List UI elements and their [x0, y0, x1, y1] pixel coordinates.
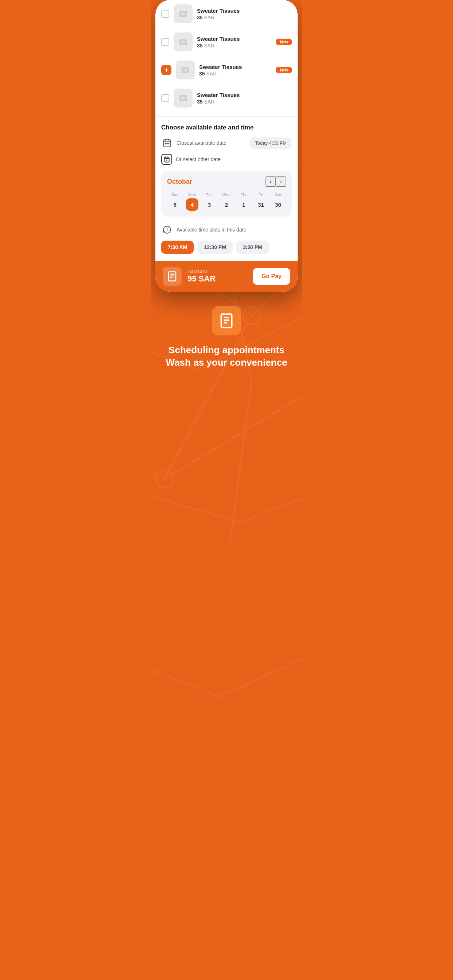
- new-badge: New: [276, 67, 292, 73]
- product-image: [174, 89, 193, 108]
- calendar-day[interactable]: Fri31: [253, 192, 269, 211]
- product-image: [176, 60, 195, 80]
- phone-shell: Sweater Tissues 35 SAR Sweater Tissues 3…: [151, 0, 302, 292]
- closest-date-row: Closest available date Today 4:30 PM: [161, 137, 292, 149]
- time-slot-button[interactable]: 12:30 PM: [197, 240, 233, 254]
- day-name: Sun: [171, 192, 179, 197]
- day-name: Sat: [275, 192, 281, 197]
- time-slots-label: Available time slots in this date: [177, 227, 246, 232]
- day-name: Thr: [241, 192, 247, 197]
- calendar-month: Octobar: [167, 178, 266, 186]
- product-name: Sweater Tissues: [197, 36, 272, 42]
- day-name: Tue: [206, 192, 213, 197]
- cost-amount: 95 SAR: [187, 274, 247, 284]
- time-label-row: Available time slots in this date: [161, 224, 292, 235]
- other-date-label: Or select other date: [176, 156, 292, 162]
- day-number[interactable]: 31: [255, 198, 267, 211]
- list-item: Sweater Tissues 35 SAR New: [155, 28, 298, 56]
- go-pay-button[interactable]: Go Pay: [253, 268, 290, 285]
- other-date-row[interactable]: Or select other date: [161, 154, 292, 165]
- product-list: Sweater Tissues 35 SAR Sweater Tissues 3…: [155, 0, 298, 117]
- cost-label: Total Cost: [187, 269, 247, 274]
- calendar-day[interactable]: Sun5: [167, 192, 183, 211]
- product-image: [174, 5, 193, 23]
- day-number[interactable]: 4: [186, 198, 198, 211]
- calendar-day[interactable]: Sat30: [270, 192, 286, 211]
- product-price: 35 SAR: [197, 14, 292, 21]
- closest-date-label: Closest available date: [177, 140, 246, 146]
- time-slots-section: Available time slots in this date 7:30 A…: [161, 224, 292, 254]
- day-number[interactable]: 2: [220, 198, 233, 211]
- calendar-day[interactable]: Tue3: [201, 192, 217, 211]
- product-checkbox[interactable]: [161, 38, 169, 46]
- product-price: 35 SAR: [199, 71, 272, 76]
- day-number[interactable]: 30: [272, 198, 284, 211]
- new-badge: New: [276, 39, 292, 45]
- svg-rect-11: [163, 231, 164, 232]
- section-title: Choose available date and time: [161, 124, 292, 131]
- calendar-card: Octobar ‹ › Sun5Mon4Tue3Wed2Thr1Fri31Sat…: [161, 170, 292, 216]
- promo-line1: Scheduling appointments: [169, 345, 284, 355]
- calendar-day[interactable]: Mon4: [184, 192, 200, 211]
- day-number[interactable]: 5: [169, 198, 181, 211]
- promo-line2: Wash as your convenience: [166, 357, 287, 368]
- svg-point-8: [168, 143, 169, 144]
- receipt-icon: [163, 267, 182, 286]
- product-checkbox[interactable]: [161, 10, 169, 18]
- clock-icon: [161, 224, 173, 235]
- phone-screen: Sweater Tissues 35 SAR Sweater Tissues 3…: [155, 0, 298, 292]
- product-info: Sweater Tissues 35 SAR: [199, 64, 272, 76]
- add-date-icon: [161, 154, 172, 165]
- day-name: Mon: [188, 192, 196, 197]
- promo-icon: [212, 306, 241, 336]
- product-image: [174, 32, 193, 51]
- day-name: Fri: [258, 192, 263, 197]
- add-product-button[interactable]: +: [161, 65, 171, 75]
- list-item: Sweater Tissues 35 SAR: [155, 0, 298, 28]
- calendar-days: Sun5Mon4Tue3Wed2Thr1Fri31Sat30: [167, 192, 286, 211]
- closest-date-value[interactable]: Today 4:30 PM: [250, 137, 292, 149]
- calendar-next-button[interactable]: ›: [276, 177, 286, 187]
- time-slot-button[interactable]: 3:30 PM: [236, 240, 269, 254]
- time-slots-list: 7:30 AM12:30 PM3:30 PM: [161, 240, 292, 254]
- calendar-day[interactable]: Wed2: [219, 192, 234, 211]
- calendar-prev-button[interactable]: ‹: [266, 177, 276, 187]
- product-checkbox[interactable]: [161, 94, 169, 102]
- product-name: Sweater Tissues: [197, 92, 292, 98]
- bottom-bar: Total Cost 95 SAR Go Pay: [155, 261, 298, 292]
- calendar-icon: [161, 137, 173, 149]
- date-section: Choose available date and time: [155, 117, 298, 261]
- product-info: Sweater Tissues 35 SAR: [197, 8, 292, 21]
- cost-info: Total Cost 95 SAR: [187, 269, 247, 284]
- day-number[interactable]: 3: [203, 198, 215, 211]
- product-info: Sweater Tissues 35 SAR: [197, 92, 292, 105]
- product-info: Sweater Tissues 35 SAR: [197, 36, 272, 48]
- svg-point-7: [167, 143, 167, 144]
- calendar-day[interactable]: Thr1: [236, 192, 252, 211]
- day-number[interactable]: 1: [238, 198, 250, 211]
- svg-point-6: [165, 143, 166, 144]
- promo-title: Scheduling appointments Wash as your con…: [160, 344, 293, 369]
- day-name: Wed: [222, 192, 231, 197]
- list-item: + Sweater Tissues 35 SAR New: [155, 56, 298, 84]
- calendar-header: Octobar ‹ ›: [167, 177, 286, 187]
- product-price: 35 SAR: [197, 43, 272, 48]
- product-name: Sweater Tissues: [197, 8, 292, 14]
- product-name: Sweater Tissues: [199, 64, 272, 70]
- time-slot-button[interactable]: 7:30 AM: [161, 240, 194, 254]
- list-item: Sweater Tissues 35 SAR: [155, 84, 298, 112]
- product-price: 35 SAR: [197, 99, 292, 105]
- promo-section: Scheduling appointments Wash as your con…: [151, 292, 302, 391]
